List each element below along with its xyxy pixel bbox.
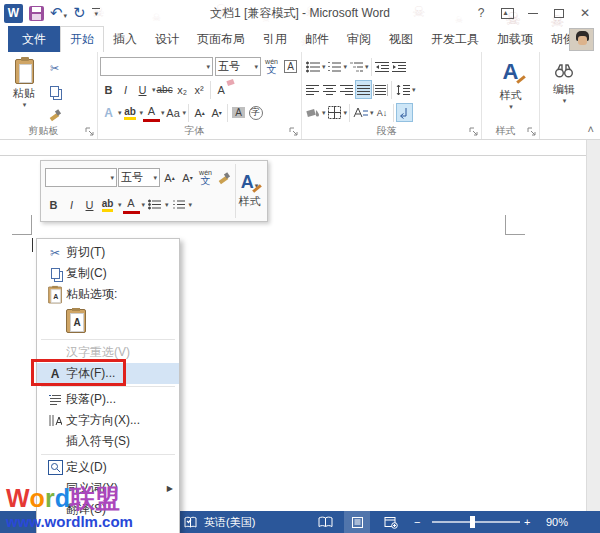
align-right-button[interactable]	[338, 80, 355, 99]
mini-bullets-button[interactable]	[146, 195, 163, 214]
mini-grow-font-button[interactable]: A	[161, 168, 178, 187]
mini-numbering-button[interactable]	[170, 195, 187, 214]
font-name-combo[interactable]: ▾	[100, 57, 213, 76]
styles-button[interactable]: A 样式 ▾	[484, 55, 537, 111]
character-shading-button[interactable]: A	[230, 103, 247, 122]
mini-underline-button[interactable]: U	[81, 195, 98, 214]
menu-item-synonyms[interactable]: 同义词(Y) ▶	[37, 478, 179, 499]
ribbon-display-options-button[interactable]	[494, 0, 520, 26]
menu-item-copy[interactable]: 复制(C)	[37, 263, 179, 284]
read-mode-button[interactable]	[312, 511, 338, 533]
proofing-status-button[interactable]	[184, 511, 197, 533]
line-spacing-button[interactable]	[394, 80, 411, 99]
zoom-slider-thumb[interactable]	[470, 516, 475, 528]
menu-item-define[interactable]: 定义(D)	[37, 457, 179, 478]
styles-dialog-launcher[interactable]	[527, 127, 537, 137]
chevron-down-icon[interactable]: ▾	[365, 63, 369, 71]
phonetic-guide-button[interactable]: wén文	[263, 57, 280, 76]
enclose-characters-button[interactable]: 字	[247, 103, 264, 122]
mini-shrink-font-button[interactable]: A	[179, 168, 196, 187]
mini-font-size-combo[interactable]: 五号▾	[118, 168, 160, 187]
help-button[interactable]: ?	[468, 0, 494, 26]
change-case-button[interactable]: Aa	[165, 103, 182, 122]
chevron-down-icon[interactable]: ▾	[118, 201, 122, 209]
justify-button[interactable]	[355, 80, 372, 99]
grow-font-button[interactable]: A	[191, 103, 208, 122]
sort-button[interactable]: A↓	[374, 103, 391, 122]
menu-item-cut[interactable]: ✂ 剪切(T)	[37, 242, 179, 263]
distribute-text-button[interactable]	[372, 80, 389, 99]
mini-highlight-button[interactable]: ab	[99, 195, 116, 214]
mini-italic-button[interactable]: I	[63, 195, 80, 214]
mini-bold-button[interactable]: B	[45, 195, 62, 214]
mini-font-name-combo[interactable]: ▾	[45, 168, 117, 187]
maximize-button[interactable]	[546, 0, 572, 26]
paragraph-dialog-launcher[interactable]	[469, 127, 479, 137]
mini-font-color-button[interactable]: A	[123, 195, 140, 214]
zoom-out-button[interactable]: −	[414, 511, 420, 533]
font-dialog-launcher[interactable]	[289, 127, 299, 137]
strikethrough-button[interactable]: abc	[156, 80, 174, 99]
tab-page-layout[interactable]: 页面布局	[188, 26, 254, 52]
tab-mailings[interactable]: 邮件	[296, 26, 338, 52]
print-layout-button[interactable]	[344, 511, 370, 533]
clear-formatting-button[interactable]: A	[213, 80, 230, 99]
format-painter-button[interactable]	[46, 105, 63, 124]
text-effects-button[interactable]: A	[100, 103, 117, 122]
menu-item-translate[interactable]: 翻译(S)	[37, 499, 179, 520]
chevron-down-icon[interactable]: ▾	[344, 109, 348, 117]
tab-references[interactable]: 引用	[254, 26, 296, 52]
cut-button[interactable]: ✂	[46, 59, 63, 78]
subscript-button[interactable]: x₂	[174, 80, 191, 99]
align-center-button[interactable]	[321, 80, 338, 99]
mini-phonetic-guide-button[interactable]: wén文	[197, 168, 214, 187]
chevron-down-icon[interactable]: ▾	[165, 201, 169, 209]
numbering-button[interactable]	[326, 57, 343, 76]
chevron-down-icon[interactable]: ▾	[142, 201, 146, 209]
paste-button[interactable]: 粘贴 ▾	[2, 55, 46, 124]
tab-developer[interactable]: 开发工具	[422, 26, 488, 52]
tab-insert[interactable]: 插入	[104, 26, 146, 52]
tab-design[interactable]: 设计	[146, 26, 188, 52]
paste-option-keep-source-formatting[interactable]	[37, 305, 179, 337]
zoom-in-button[interactable]: +	[524, 511, 530, 533]
user-avatar[interactable]	[569, 28, 594, 51]
decrease-indent-button[interactable]	[374, 57, 391, 76]
chevron-down-icon[interactable]: ▾	[189, 201, 193, 209]
superscript-button[interactable]: x²	[191, 80, 208, 99]
mini-format-painter-button[interactable]	[215, 168, 232, 187]
text-highlight-button[interactable]: ab	[122, 103, 139, 122]
tab-file[interactable]: 文件	[8, 26, 60, 52]
asian-layout-button[interactable]	[352, 103, 369, 122]
show-hide-marks-button[interactable]	[396, 103, 413, 122]
language-status[interactable]: 英语(美国)	[204, 511, 255, 533]
menu-item-insert-symbol[interactable]: 插入符号(S)	[37, 431, 179, 452]
zoom-level[interactable]: 90%	[546, 511, 568, 533]
chevron-down-icon[interactable]: ▾	[183, 109, 187, 117]
italic-button[interactable]: I	[117, 80, 134, 99]
align-left-button[interactable]	[304, 80, 321, 99]
clipboard-dialog-launcher[interactable]	[85, 127, 95, 137]
bold-button[interactable]: B	[100, 80, 117, 99]
scrollbar-track[interactable]	[586, 140, 600, 511]
shading-button[interactable]	[304, 103, 321, 122]
increase-indent-button[interactable]	[391, 57, 408, 76]
zoom-slider-track[interactable]	[432, 521, 520, 523]
font-size-combo[interactable]: 五号▾	[215, 57, 261, 76]
character-border-button[interactable]: A	[282, 57, 299, 76]
collapse-ribbon-button[interactable]: ˄	[588, 123, 594, 135]
underline-button[interactable]: U	[134, 80, 151, 99]
close-button[interactable]: ✕	[572, 0, 598, 26]
shrink-font-button[interactable]: A	[208, 103, 225, 122]
minimize-button[interactable]	[520, 0, 546, 26]
web-layout-button[interactable]	[378, 511, 404, 533]
bullets-button[interactable]	[304, 57, 321, 76]
menu-item-text-direction[interactable]: 文字方向(X)...	[37, 410, 179, 431]
multilevel-list-button[interactable]	[347, 57, 364, 76]
menu-item-paragraph[interactable]: 段落(P)...	[37, 389, 179, 410]
chevron-down-icon[interactable]: ▾	[23, 101, 27, 109]
tab-addins[interactable]: 加载项	[488, 26, 542, 52]
font-color-button[interactable]: A	[143, 103, 160, 122]
borders-button[interactable]	[326, 103, 343, 122]
tab-view[interactable]: 视图	[380, 26, 422, 52]
